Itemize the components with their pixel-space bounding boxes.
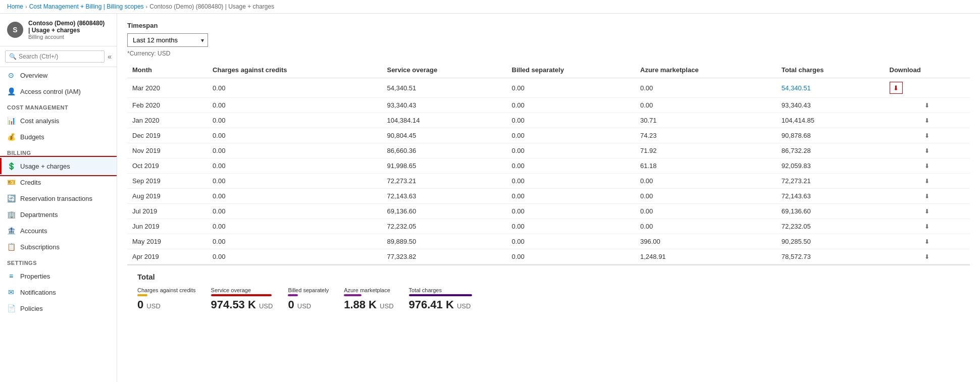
cell-total-charges: 72,143.63 [777,189,885,204]
cell-charges-credits: 0.00 [208,204,382,219]
sidebar-item-subscriptions[interactable]: 📋 Subscriptions [0,239,117,255]
download-icon[interactable]: ⬇ [924,223,930,230]
timespan-dropdown[interactable]: Last 12 months Last 6 months Last 3 mont… [127,33,208,47]
total-item-label: Total charges [409,287,472,293]
download-icon[interactable]: ⬇ [924,238,930,245]
reservation-icon: 🔄 [7,194,15,202]
breadcrumb-sep-1: › [25,4,27,10]
total-item: Azure marketplace 1.88 K USD [344,287,393,311]
download-icon[interactable]: ⬇ [924,102,930,109]
total-item-currency: USD [259,302,273,310]
cell-download[interactable]: ⬇ [885,78,970,98]
cell-charges-credits: 0.00 [208,249,382,264]
section-cost-management: Cost Management [0,99,117,113]
cell-download[interactable]: ⬇ [885,249,970,264]
collapse-icon[interactable]: « [108,52,112,61]
download-icon[interactable]: ⬇ [924,178,930,185]
cell-service-overage: 72,232.05 [382,219,506,234]
col-azure-marketplace: Azure marketplace [635,62,777,78]
total-item-bar [344,294,362,296]
iam-icon: 👤 [7,87,15,95]
cell-charges-credits: 0.00 [208,78,382,98]
download-icon[interactable]: ⬇ [924,132,930,139]
download-icon[interactable]: ⬇ [924,117,930,124]
cell-download[interactable]: ⬇ [885,189,970,204]
sidebar-item-departments[interactable]: 🏢 Departments [0,206,117,223]
table-row: Feb 2020 0.00 93,340.43 0.00 0.00 93,340… [127,98,970,113]
cell-month: Oct 2019 [127,158,208,174]
cell-billed-separately: 0.00 [507,174,635,189]
sidebar-item-usage-charges[interactable]: 💲 Usage + charges [0,158,117,174]
cell-download[interactable]: ⬇ [885,98,970,113]
cell-total-charges: 92,059.83 [777,158,885,174]
table-row: Aug 2019 0.00 72,143.63 0.00 0.00 72,143… [127,189,970,204]
download-icon[interactable]: ⬇ [924,162,930,170]
table-row: Dec 2019 0.00 90,804.45 0.00 74.23 90,87… [127,128,970,143]
download-icon[interactable]: ⬇ [924,208,930,215]
table-row: Jun 2019 0.00 72,232.05 0.00 0.00 72,232… [127,219,970,234]
cell-azure-marketplace: 61.18 [635,158,777,174]
cell-billed-separately: 0.00 [507,219,635,234]
cell-billed-separately: 0.00 [507,98,635,113]
sidebar-item-budgets[interactable]: 💰 Budgets [0,129,117,145]
cell-download[interactable]: ⬇ [885,113,970,128]
sidebar-item-properties[interactable]: ≡ Properties [0,268,117,284]
cell-charges-credits: 0.00 [208,158,382,174]
total-item-value: 974.53 K USD [211,298,273,311]
usage-charges-icon: 💲 [7,162,15,170]
cell-download[interactable]: ⬇ [885,158,970,174]
breadcrumb-home[interactable]: Home [7,3,23,10]
cell-month: Jul 2019 [127,204,208,219]
cell-billed-separately: 0.00 [507,143,635,158]
breadcrumb-billing-scopes[interactable]: Cost Management + Billing | Billing scop… [29,3,144,10]
sidebar-item-label: Budgets [20,133,44,141]
cell-download[interactable]: ⬇ [885,174,970,189]
cell-total-charges[interactable]: 54,340.51 [777,78,885,98]
col-charges-against-credits: Charges against credits [208,62,382,78]
accounts-icon: 🏦 [7,227,15,235]
cell-total-charges: 90,285.50 [777,234,885,249]
download-icon[interactable]: ⬇ [924,193,930,200]
timespan-label: Timespan [127,22,970,29]
download-icon[interactable]: ⬇ [924,253,930,260]
sidebar-item-overview[interactable]: ⊙ Overview [0,67,117,83]
budgets-icon: 💰 [7,133,15,141]
cell-billed-separately: 0.00 [507,128,635,143]
sidebar-item-accounts[interactable]: 🏦 Accounts [0,223,117,239]
sidebar-item-reservation-transactions[interactable]: 🔄 Reservation transactions [0,190,117,206]
sidebar-item-cost-analysis[interactable]: 📊 Cost analysis [0,113,117,129]
col-billed-separately: Billed separately [507,62,635,78]
cell-azure-marketplace: 0.00 [635,174,777,189]
cell-month: Nov 2019 [127,143,208,158]
cell-download[interactable]: ⬇ [885,204,970,219]
sidebar-item-label: Accounts [20,227,47,235]
total-item-value: 0 USD [288,298,329,311]
departments-icon: 🏢 [7,210,15,219]
col-service-overage: Service overage [382,62,506,78]
cell-service-overage: 69,136.60 [382,204,506,219]
sidebar-item-credits[interactable]: 🎫 Credits [0,174,117,190]
cell-service-overage: 104,384.14 [382,113,506,128]
total-item-label: Charges against credits [137,287,196,293]
cell-download[interactable]: ⬇ [885,219,970,234]
total-item: Service overage 974.53 K USD [211,287,273,311]
sidebar-item-policies[interactable]: 📄 Policies [0,300,117,316]
download-button[interactable]: ⬇ [890,82,903,94]
sidebar-item-notifications[interactable]: ✉ Notifications [0,284,117,300]
cell-service-overage: 86,660.36 [382,143,506,158]
cell-download[interactable]: ⬇ [885,128,970,143]
sidebar-item-access-control[interactable]: 👤 Access control (IAM) [0,83,117,99]
cell-download[interactable]: ⬇ [885,143,970,158]
account-header: S Contoso (Demo) (8608480) | Usage + cha… [0,14,117,46]
cell-download[interactable]: ⬇ [885,234,970,249]
totals-title: Total [137,272,960,281]
total-item-value: 976.41 K USD [409,298,472,311]
download-icon[interactable]: ⬇ [924,147,930,154]
table-row: Jan 2020 0.00 104,384.14 0.00 30.71 104,… [127,113,970,128]
total-item-label: Billed separately [288,287,329,293]
account-icon: S [7,22,23,38]
total-item-value: 0 USD [137,298,196,311]
search-input[interactable] [5,50,105,63]
cell-total-charges: 72,273.21 [777,174,885,189]
sidebar: S Contoso (Demo) (8608480) | Usage + cha… [0,14,117,382]
